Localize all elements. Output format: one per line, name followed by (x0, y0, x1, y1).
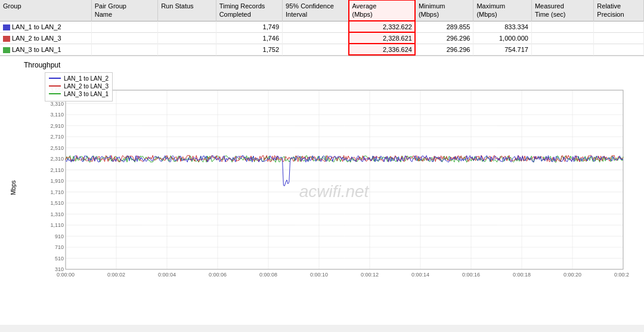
cell-timing-0: 1,749 (216, 21, 282, 32)
cell-status-1 (158, 32, 216, 44)
col-header-minimum: Minimum(Mbps) (415, 0, 473, 21)
cell-relative-0 (594, 21, 644, 32)
cell-pair-0 (91, 21, 157, 32)
y-axis-label: Mbps (10, 180, 17, 195)
cell-average-2: 2,336.624 (349, 44, 415, 55)
col-header-average: Average(Mbps) (349, 0, 415, 21)
col-header-measured: MeasuredTime (sec) (531, 0, 593, 21)
cell-relative-2 (594, 44, 644, 55)
cell-status-2 (158, 44, 216, 55)
legend-line-1 (49, 78, 61, 79)
col-header-maximum: Maximum(Mbps) (473, 0, 532, 21)
cell-measured-1 (531, 32, 593, 44)
cell-status-0 (158, 21, 216, 32)
row-icon-2 (3, 47, 10, 53)
throughput-canvas (33, 72, 629, 287)
col-header-timing: Timing RecordsCompleted (216, 0, 282, 21)
legend-item-2: LAN_2 to LAN_3 (49, 83, 109, 90)
cell-confidence-1 (283, 32, 349, 44)
col-header-pair-group: Pair GroupName (91, 0, 157, 21)
legend-label-2: LAN_2 to LAN_3 (64, 83, 109, 90)
cell-timing-1: 1,746 (216, 32, 282, 44)
cell-maximum-2: 754.717 (473, 44, 532, 55)
col-header-group: Group (0, 0, 91, 21)
table-body: LAN_1 to LAN_2 1,749 2,332.622 289.855 8… (0, 21, 644, 55)
cell-pair-2 (91, 44, 157, 55)
cell-minimum-2: 296.296 (415, 44, 473, 55)
cell-measured-0 (531, 21, 593, 32)
cell-group-0: LAN_1 to LAN_2 (0, 21, 91, 32)
cell-minimum-1: 296.296 (415, 32, 473, 44)
col-header-run-status: Run Status (158, 0, 216, 21)
table-row: LAN_2 to LAN_3 1,746 2,328.621 296.296 1… (0, 32, 644, 44)
table-row: LAN_3 to LAN_1 1,752 2,336.624 296.296 7… (0, 44, 644, 55)
legend-label-1: LAN_1 to LAN_2 (64, 75, 109, 82)
cell-group-2: LAN_3 to LAN_1 (0, 44, 91, 55)
chart-legend: LAN_1 to LAN_2 LAN_2 to LAN_3 LAN_3 to L… (45, 72, 113, 102)
cell-average-1: 2,328.621 (349, 32, 415, 44)
legend-item-3: LAN_3 to LAN_1 (49, 91, 109, 97)
legend-line-3 (49, 93, 61, 94)
chart-title: Throughput (24, 61, 641, 69)
cell-minimum-0: 289.855 (415, 21, 473, 32)
table-section: Group Pair GroupName Run Status Timing R… (0, 0, 644, 56)
legend-item-1: LAN_1 to LAN_2 (49, 75, 109, 82)
legend-line-2 (49, 85, 61, 87)
cell-confidence-0 (283, 21, 349, 32)
chart-container: LAN_1 to LAN_2 LAN_2 to LAN_3 LAN_3 to L… (33, 72, 635, 311)
chart-section: Throughput LAN_1 to LAN_2 LAN_2 to LAN_3… (0, 56, 644, 325)
cell-maximum-1: 1,000.000 (473, 32, 532, 44)
legend-label-3: LAN_3 to LAN_1 (64, 91, 109, 97)
cell-average-0: 2,332.622 (349, 21, 415, 32)
table-row: LAN_1 to LAN_2 1,749 2,332.622 289.855 8… (0, 21, 644, 32)
cell-pair-1 (91, 32, 157, 44)
cell-timing-2: 1,752 (216, 44, 282, 55)
cell-confidence-2 (283, 44, 349, 55)
cell-group-1: LAN_2 to LAN_3 (0, 32, 91, 44)
col-header-confidence: 95% ConfidenceInterval (283, 0, 349, 21)
col-header-relative: RelativePrecision (594, 0, 644, 21)
table-header-row: Group Pair GroupName Run Status Timing R… (0, 0, 644, 21)
row-icon-0 (3, 24, 10, 30)
results-table: Group Pair GroupName Run Status Timing R… (0, 0, 644, 56)
cell-maximum-0: 833.334 (473, 21, 532, 32)
cell-relative-1 (594, 32, 644, 44)
row-icon-1 (3, 36, 10, 42)
cell-measured-2 (531, 44, 593, 55)
